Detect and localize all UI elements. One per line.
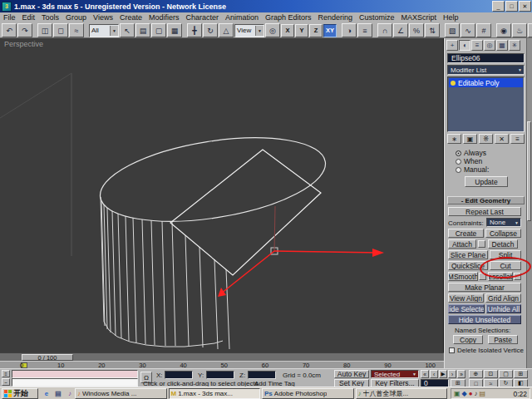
next-frame-icon[interactable]: › [448,370,456,378]
panel-tab-modify[interactable]: ◖ [459,40,470,51]
select-rotate-icon[interactable]: ↻ [203,23,218,37]
window-crossing-icon[interactable]: ▦ [167,23,182,37]
tray-icon-2[interactable]: ◆ [462,391,467,397]
menu-animation[interactable]: Animation [222,12,262,23]
tessellate-settings-button[interactable] [514,273,521,280]
quickslice-button[interactable]: QuickSlice [448,261,488,270]
undo-icon[interactable]: ↶ [2,23,17,37]
grid-align-button[interactable]: Grid Align [485,293,521,303]
axis-z-button[interactable]: Z [309,24,323,37]
taskbar-task[interactable]: ♪十八首全球最... [356,388,448,399]
split-button[interactable]: Split [490,250,521,259]
track-bar[interactable]: 0102030405060708090100 [0,361,444,368]
align-icon[interactable]: ≡ [357,23,372,37]
menu-customize[interactable]: Customize [356,12,398,23]
menu-create[interactable]: Create [116,12,145,23]
select-link-icon[interactable]: ◫ [37,23,52,37]
paste-button[interactable]: Paste [488,335,518,344]
taskbar-clock[interactable]: 0:22 [513,390,530,398]
mini-listener-macro-icon[interactable]: ≡ [2,370,10,377]
axis-x-button[interactable]: X [281,24,294,37]
update-button[interactable]: Update [465,176,508,187]
selection-filter-dropdown[interactable]: All▼ [89,24,119,37]
copy-button[interactable]: Copy [453,335,483,344]
msmooth-settings-button[interactable] [479,273,486,280]
named-selection-sets-icon[interactable]: ▧ [445,23,460,37]
axis-xy-plane-button[interactable]: XY [323,24,337,37]
cut-button[interactable]: Cut [490,261,521,270]
menu-rendering[interactable]: Rendering [315,12,357,23]
angle-snap-icon[interactable]: ∠ [393,23,408,37]
attach-button[interactable]: Attach [448,239,476,249]
menu-file[interactable]: File [0,12,19,23]
material-editor-icon[interactable]: ◉ [496,23,511,37]
make-planar-button[interactable]: Make Planar [448,283,521,292]
quicklaunch-media-icon[interactable]: ♪ [65,389,75,398]
play-icon[interactable]: ▶ [439,370,447,378]
menu-tools[interactable]: Tools [38,12,62,23]
close-button[interactable]: ✕ [519,1,531,12]
stack-item-editable-poly[interactable]: Editable Poly [449,78,523,87]
edit-geometry-rollout-header[interactable]: - Edit Geometry [447,196,525,204]
hide-selected-button[interactable]: Hide Selected [448,304,485,313]
panel-tab-create[interactable]: + [446,40,458,51]
object-name-field[interactable]: Ellipse06 [447,53,525,63]
taskbar-task[interactable]: PsAdobe Photoshop [262,388,354,399]
panel-tab-display[interactable]: ▦ [496,40,508,51]
schematic-view-icon[interactable]: # [476,23,491,37]
update-option-when[interactable]: When [456,157,489,165]
zoom-all-icon[interactable]: ⊡ [484,370,498,378]
perspective-viewport[interactable]: Perspective [0,38,444,352]
delete-isolated-checkbox[interactable] [449,347,455,353]
maximize-button[interactable]: □ [505,1,518,12]
taskbar-task[interactable]: M1.max - 3ds max... [169,388,261,399]
use-pivot-center-icon[interactable]: ◎ [265,23,280,37]
slice-plane-button[interactable]: Slice Plane [448,250,488,259]
modifier-stack[interactable]: Editable Poly [447,76,525,132]
menu-edit[interactable]: Edit [19,12,39,23]
axis-y-button[interactable]: Y [295,24,308,37]
snap-toggle-3d-icon[interactable]: ∩ [377,23,392,37]
show-end-result-icon[interactable]: ▣ [463,134,477,144]
mirror-icon[interactable]: ◑ [342,23,357,37]
detach-button[interactable]: Detach [488,239,518,249]
update-option-always[interactable]: Always [456,149,489,157]
update-option-manual[interactable]: Manual: [456,165,489,174]
y-coordinate-field[interactable] [206,371,234,379]
quicklaunch-desktop-icon[interactable]: ▤ [53,389,63,398]
menu-character[interactable]: Character [182,12,222,23]
menu-help[interactable]: Help [440,12,462,23]
attach-list-button[interactable] [478,240,485,248]
render-scene-icon[interactable]: ♨ [512,23,527,37]
unlink-selection-icon[interactable]: ◻ [53,23,68,37]
hide-unselected-button[interactable]: Hide Unselected [448,315,521,324]
time-slider-handle[interactable]: 0 / 100 [22,354,73,361]
quick-render-icon[interactable]: ☼ [528,23,532,37]
menu-graph-editors[interactable]: Graph Editors [262,12,315,23]
tessellate-button[interactable]: Tessellate [488,272,513,281]
repeat-last-button[interactable]: Repeat Last [448,207,521,216]
time-slider-track[interactable]: 0 / 100 [0,352,444,361]
selection-set-dropdown[interactable]: Selected ▼ [371,370,419,378]
percent-snap-icon[interactable]: % [409,23,424,37]
select-object-icon[interactable]: ↖ [120,23,135,37]
auto-key-button[interactable]: Auto Key [334,370,369,378]
menu-maxscript[interactable]: MAXScript [398,12,441,23]
make-unique-icon[interactable]: ※ [479,134,493,144]
previous-frame-icon[interactable]: ‹ [430,370,438,378]
zoom-icon[interactable]: ⊕ [469,370,483,378]
view-align-button[interactable]: View Align [448,293,484,303]
maxscript-mini-listener[interactable] [12,378,138,387]
select-by-name-icon[interactable]: ▤ [135,23,150,37]
bind-spacewarp-icon[interactable]: ≈ [69,23,84,37]
select-scale-icon[interactable]: △ [219,23,234,37]
panel-tab-utilities[interactable]: ✳ [509,40,520,51]
quicklaunch-browser-icon[interactable]: e [42,389,52,398]
pin-stack-icon[interactable]: ∗ [447,134,461,144]
tray-icon-3[interactable]: ● [469,391,473,397]
modifier-list-dropdown[interactable]: Modifier List ▼ [447,65,525,75]
taskbar-task[interactable]: ♪Windows Media ... [75,388,167,399]
zoom-extents-all-icon[interactable]: ⊞ [514,370,528,378]
select-move-icon[interactable]: ╋ [187,23,202,37]
tray-icon-1[interactable]: ▣ [454,391,461,397]
